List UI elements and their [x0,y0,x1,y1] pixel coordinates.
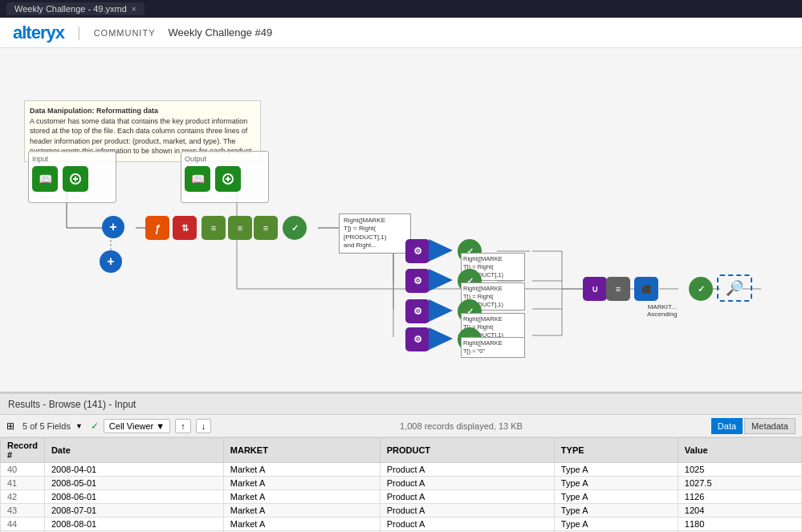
output-label: Output [185,155,265,163]
results-title: Results - Browse (141) - Input [8,399,136,410]
grid-icon: ⊞ [6,420,14,432]
challenge-label: Weekly Challenge #49 [168,26,272,39]
cell-r1-c5: 1027.5 [678,477,801,490]
app-header: alteryx | COMMUNITY Weekly Challenge #49 [0,18,802,48]
file-tab[interactable]: Weekly Challenge - 49.yxmd × [6,2,145,15]
cell-r3-c3: Product A [380,504,554,518]
tab-label: Weekly Challenge - 49.yxmd [14,4,127,14]
union-node[interactable]: ∪ [583,277,607,301]
input-label: Input [32,155,112,163]
table-row: 412008-05-01Market AProduct AType A1027.… [1,477,802,490]
results-panel: Results - Browse (141) - Input ⊞ 5 of 5 … [0,393,802,532]
cell-viewer-label: Cell Viewer [109,421,153,431]
comment-body: A customer has some data that contains t… [30,117,254,156]
browse-node-1[interactable] [63,166,88,192]
browse-node-2[interactable] [215,166,241,192]
data-button[interactable]: Data [711,418,743,434]
cell-r4-c5: 1180 [678,518,801,531]
cell-r0-c3: Product A [380,463,554,477]
column-header-product: PRODUCT [380,438,554,463]
close-tab-button[interactable]: × [132,5,136,14]
cell-viewer-arrow: ▼ [156,421,165,431]
column-header-market: MARKET [223,438,380,463]
data-table: Record #DateMARKETPRODUCTTYPEValue 40200… [0,437,802,532]
select-node-2[interactable]: ≡ [228,216,252,240]
select-final-node[interactable]: ≡ [606,277,630,301]
output-browse-node[interactable]: 🔎 [717,274,752,302]
triangle-1 [429,239,453,262]
filter-5-node[interactable]: ⚙ [405,327,429,351]
table-row: 442008-08-01Market AProduct AType A1180 [1,518,802,531]
data-meta-buttons: Data Metadata [711,418,796,434]
chevron-down-icon: ▼ [75,422,83,430]
column-header-date: Date [44,438,223,463]
cell-r4-c4: Type A [554,518,678,531]
cell-r3-c4: Type A [554,504,678,518]
input-nodes: 📖 [32,166,112,192]
cell-r2-c2: Market A [223,490,380,504]
cell-r4-c0: 44 [1,518,45,531]
cross-tab-node-2[interactable]: + [100,250,122,273]
cell-r1-c4: Type A [554,477,678,490]
cell-r2-c4: Type A [554,490,678,504]
sort-desc-icon: ↓ [202,421,206,431]
input-node-1[interactable]: 📖 [32,166,58,192]
filter-4-node[interactable]: ⚙ [405,299,429,323]
cell-r1-c1: 2008-05-01 [44,477,223,490]
triangle-3 [429,299,453,322]
formula-node-1[interactable]: ƒ [145,216,169,240]
svg-marker-50 [429,327,453,350]
output-container: Output 📖 [181,151,269,203]
cell-r2-c1: 2008-06-01 [44,490,223,504]
table-header-row: Record #DateMARKETPRODUCTTYPEValue [1,438,802,463]
cell-r0-c1: 2008-04-01 [44,463,223,477]
cell-r2-c5: 1126 [678,490,801,504]
sort-node[interactable]: ⬛ [634,277,658,301]
transpose-node-1[interactable]: ⇅ [173,216,197,240]
fields-count: 5 of 5 Fields [22,421,71,431]
workflow-canvas: Data Manipulation: Reformatting data A c… [0,48,802,393]
column-header-record-num: Record # [1,438,45,463]
select-node-1[interactable]: ≡ [202,216,226,240]
output-nodes: 📖 [185,166,265,192]
filter-node-1[interactable]: ✓ [283,216,307,240]
cell-r4-c1: 2008-08-01 [44,518,223,531]
records-info: 1,008 records displayed, 13 KB [400,421,523,431]
cell-r1-c2: Market A [223,477,380,490]
cross-tab-node-1[interactable]: + [102,216,124,238]
sort-asc-icon: ↑ [181,421,185,431]
select-node-3[interactable]: ≡ [254,216,278,240]
sort-asc-button[interactable]: ↑ [175,419,191,433]
svg-marker-48 [429,269,453,291]
sort-desc-button[interactable]: ↓ [196,419,212,433]
results-toolbar: ⊞ 5 of 5 Fields ▼ ✓ Cell Viewer ▼ ↑ ↓ 1,… [0,415,802,437]
svg-marker-47 [429,239,453,262]
metadata-button[interactable]: Metadata [744,418,796,434]
table-row: 432008-07-01Market AProduct AType A1204 [1,504,802,518]
cell-r2-c3: Product A [380,490,554,504]
formula-label-row4: Right([MARKET]) = "0" [461,337,525,358]
input-container: Input 📖 [28,151,116,203]
cell-r1-c0: 41 [1,477,45,490]
triangle-4 [429,327,453,350]
community-label: COMMUNITY [94,28,156,38]
table-wrapper: Record #DateMARKETPRODUCTTYPEValue 40200… [0,437,802,532]
cell-r3-c5: 1204 [678,504,801,518]
cell-r1-c3: Product A [380,477,554,490]
header-divider: | [77,24,81,41]
top-bar: Weekly Challenge - 49.yxmd × [0,0,802,18]
filter-3-node[interactable]: ⚙ [405,269,429,293]
check-icon: ✓ [91,420,99,432]
input-node-2[interactable]: 📖 [185,166,210,192]
check-final-node[interactable]: ✓ [689,277,713,301]
triangle-2 [429,269,453,291]
filter-2-node[interactable]: ⚙ [405,239,429,263]
comment-title: Data Manipulation: Reformatting data [30,107,158,115]
table-body: 402008-04-01Market AProduct AType A10254… [1,463,802,533]
results-header: Results - Browse (141) - Input [0,394,802,415]
column-header-type: TYPE [554,438,678,463]
cell-r4-c2: Market A [223,518,380,531]
cell-viewer-button[interactable]: Cell Viewer ▼ [104,419,170,433]
table-row: 402008-04-01Market AProduct AType A1025 [1,463,802,477]
sort-label: MARKIT...Ascending [647,303,677,318]
